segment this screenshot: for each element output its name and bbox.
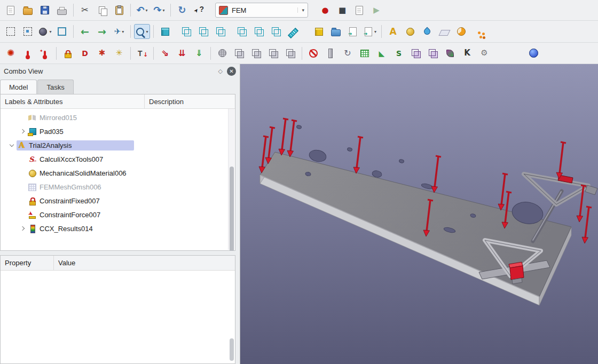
results-mesh-display-button[interactable] bbox=[357, 46, 373, 61]
navigate-back-button[interactable]: ← bbox=[77, 24, 93, 39]
fem-mesh-from-shape-button[interactable] bbox=[214, 46, 230, 61]
create-group-button[interactable] bbox=[328, 24, 344, 39]
fem-mesh-boundary-layer-button[interactable] bbox=[265, 46, 281, 61]
fem-constraint-displacement-icon: D bbox=[82, 50, 88, 57]
workbench-selector[interactable]: FEM▾ bbox=[215, 3, 308, 18]
view-right-button[interactable] bbox=[213, 24, 229, 39]
print-button[interactable] bbox=[54, 3, 70, 18]
cut-button[interactable]: ✂ bbox=[77, 3, 93, 18]
tree-item-FEMMeshGmsh006[interactable]: FEMMeshGmsh006 bbox=[1, 180, 235, 194]
model-tree: Labels & Attributes Description Mirrored… bbox=[0, 94, 235, 251]
measure-distance-icon bbox=[288, 28, 298, 38]
material-appearance-button[interactable] bbox=[402, 24, 418, 39]
expander-collapsed-icon[interactable] bbox=[18, 221, 27, 235]
dependency-graph-button[interactable] bbox=[470, 24, 486, 39]
fem-mesh-region-button[interactable] bbox=[231, 46, 247, 61]
redo-button[interactable]: ↷▾ bbox=[151, 3, 167, 18]
open-document-button[interactable] bbox=[20, 3, 36, 18]
3d-viewport[interactable] bbox=[240, 64, 598, 364]
sphere-view-icon bbox=[529, 49, 538, 58]
macro-record-button[interactable]: ● bbox=[317, 3, 333, 18]
persistent-section-cut-button[interactable] bbox=[453, 24, 469, 39]
selection-bounding-box-button[interactable] bbox=[54, 24, 70, 39]
tree-item-Trial2Analysis[interactable]: Trial2Analysis bbox=[1, 138, 235, 152]
view-isometric-button[interactable] bbox=[157, 24, 173, 39]
solver-deactivate-button[interactable] bbox=[305, 46, 321, 61]
fem-constraint-transform-button[interactable]: ✳ bbox=[111, 46, 127, 61]
float-panel-icon[interactable]: ◇ bbox=[218, 68, 223, 75]
tab-model[interactable]: Model bbox=[0, 80, 37, 94]
fem-mesh-group-button[interactable] bbox=[248, 46, 264, 61]
close-panel-icon[interactable]: ✕ bbox=[227, 67, 236, 76]
fem-analysis-nodes-button[interactable]: ✺ bbox=[3, 46, 19, 61]
draw-style-button[interactable]: ▾ bbox=[37, 24, 53, 39]
macro-stop-icon: ■ bbox=[339, 6, 346, 14]
tree-item-CCX_Results014[interactable]: CCX_Results014 bbox=[1, 221, 235, 235]
view-left-button[interactable] bbox=[268, 24, 284, 39]
whats-this-button[interactable] bbox=[191, 3, 207, 18]
tab-tasks[interactable]: Tasks bbox=[37, 80, 73, 94]
sphere-view-button[interactable] bbox=[525, 46, 541, 61]
macro-stop-button[interactable]: ■ bbox=[334, 3, 350, 18]
tree-scrollbar[interactable] bbox=[228, 109, 234, 250]
fem-constraint-temperature-button[interactable] bbox=[37, 46, 53, 61]
save-document-button[interactable] bbox=[37, 3, 53, 18]
fem-equation-solver-button[interactable]: K bbox=[459, 46, 475, 61]
post-cut-filter-button[interactable] bbox=[425, 46, 441, 61]
part-box-button[interactable] bbox=[311, 24, 327, 39]
post-apply-changes-button[interactable]: ◣ bbox=[374, 46, 390, 61]
fem-constraint-fixed-button[interactable] bbox=[60, 46, 76, 61]
zoom-tools-button[interactable]: ▾ bbox=[134, 24, 150, 39]
fem-constraint-pressure-button[interactable]: ⇊ bbox=[174, 46, 190, 61]
tree-item-ConstraintForce007[interactable]: ConstraintForce007 bbox=[1, 208, 235, 221]
copy-button[interactable] bbox=[94, 3, 110, 18]
solver-run-button[interactable]: ↻ bbox=[340, 46, 356, 61]
solver-icon bbox=[28, 155, 37, 164]
box-element-selection-button[interactable] bbox=[3, 24, 19, 39]
tree-item-MechanicalSolidMaterial006[interactable]: MechanicalSolidMaterial006 bbox=[1, 166, 235, 180]
macro-edit-button[interactable] bbox=[351, 3, 367, 18]
expander-expanded-icon[interactable] bbox=[7, 138, 17, 152]
annotation-text-button[interactable]: A bbox=[385, 24, 401, 39]
navigation-style-button[interactable]: ✈▾ bbox=[111, 24, 127, 39]
property-scrollbar-handle[interactable] bbox=[230, 338, 234, 361]
paste-button[interactable] bbox=[111, 3, 127, 18]
make-link-button[interactable] bbox=[345, 24, 361, 39]
fem-constraint-initial-temperature-button[interactable] bbox=[20, 46, 36, 61]
view-rear-button[interactable] bbox=[234, 24, 250, 39]
fem-constraint-displacement-button[interactable]: D bbox=[77, 46, 93, 61]
view-top-button[interactable] bbox=[195, 24, 211, 39]
view-bottom-button[interactable] bbox=[251, 24, 267, 39]
post-filter-functions-button[interactable]: ⚙ bbox=[476, 46, 492, 61]
fem-constraint-temperature-boundary-button[interactable] bbox=[134, 46, 150, 61]
tree-scrollbar-handle[interactable] bbox=[230, 167, 234, 252]
undo-button[interactable]: ↶▾ bbox=[134, 3, 150, 18]
box-selection-button[interactable] bbox=[20, 24, 36, 39]
solver-control-button[interactable] bbox=[322, 46, 339, 61]
fem-mesh-display-info-button[interactable] bbox=[282, 46, 298, 61]
fem-constraint-self-weight-button[interactable]: ⇓ bbox=[191, 46, 207, 61]
mirror-icon bbox=[28, 113, 37, 122]
make-sub-link-button[interactable]: ▾ bbox=[362, 24, 378, 39]
tree-item-Pad035[interactable]: Pad035 bbox=[1, 124, 235, 138]
tree-item-CalculiXccxTools007[interactable]: CalculiXccxTools007 bbox=[1, 152, 235, 166]
view-front-button[interactable] bbox=[178, 24, 194, 39]
clipping-plane-button[interactable] bbox=[436, 24, 452, 39]
tree-item-ConstraintFixed007[interactable]: ConstraintFixed007 bbox=[1, 194, 235, 208]
post-pipeline-from-result-button[interactable]: S bbox=[391, 46, 407, 61]
redo-icon: ↷ bbox=[153, 5, 161, 15]
refresh-button[interactable]: ↻ bbox=[174, 3, 190, 18]
fem-constraint-force-button[interactable]: ⇘ bbox=[157, 46, 173, 61]
panel-splitter[interactable] bbox=[0, 251, 235, 255]
post-scalar-clip-filter-button[interactable] bbox=[442, 46, 458, 61]
tree-item-Mirrored015[interactable]: Mirrored015 bbox=[1, 110, 235, 124]
macro-play-button[interactable]: ▶ bbox=[368, 3, 384, 18]
cut-icon: ✂ bbox=[81, 6, 88, 14]
fem-constraint-contact-button[interactable]: ✱ bbox=[94, 46, 110, 61]
set-color-button[interactable] bbox=[419, 24, 435, 39]
navigate-forward-button[interactable]: → bbox=[94, 24, 110, 39]
expander-collapsed-icon[interactable] bbox=[18, 124, 27, 138]
post-warp-vector-filter-button[interactable] bbox=[408, 46, 424, 61]
new-document-button[interactable] bbox=[3, 3, 19, 18]
measure-distance-button[interactable] bbox=[285, 24, 301, 39]
